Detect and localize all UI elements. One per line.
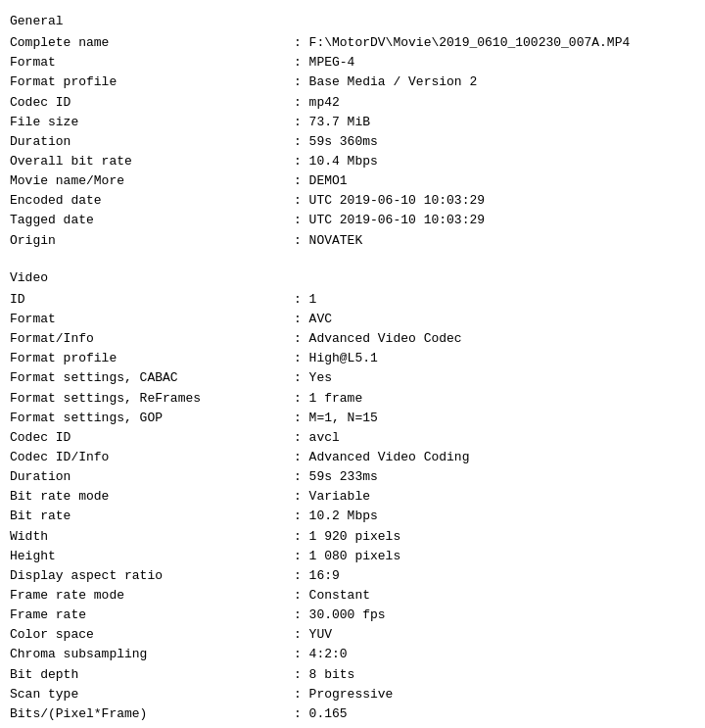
row-label: Width xyxy=(10,527,294,547)
table-row: Bits/(Pixel*Frame) : 0.165 xyxy=(10,704,695,724)
table-row: Duration : 59s 360ms xyxy=(10,132,695,152)
row-colon: : xyxy=(294,93,309,113)
row-value: UTC 2019-06-10 10:03:29 xyxy=(309,191,485,211)
row-value: 1 920 pixels xyxy=(309,527,401,547)
row-value: 10.4 Mbps xyxy=(309,152,378,171)
row-label: Format xyxy=(10,53,294,73)
row-label: Format profile xyxy=(10,349,294,368)
row-colon: : xyxy=(294,132,309,152)
table-row: Width : 1 920 pixels xyxy=(10,527,695,547)
row-colon: : xyxy=(294,645,309,664)
row-label: Bit rate xyxy=(10,507,294,526)
general-section: General Complete name : F:\MotorDV\Movie… xyxy=(10,12,695,251)
table-row: Complete name : F:\MotorDV\Movie\2019_06… xyxy=(10,33,695,53)
row-value: 30.000 fps xyxy=(309,606,386,625)
row-colon: : xyxy=(294,704,309,724)
row-label: Bit rate mode xyxy=(10,487,294,507)
row-value: 1 080 pixels xyxy=(309,547,401,566)
table-row: Encoded date : UTC 2019-06-10 10:03:29 xyxy=(10,191,695,211)
row-value: 1 xyxy=(309,290,317,310)
row-colon: : xyxy=(294,428,309,448)
row-colon: : xyxy=(294,329,309,349)
table-row: Movie name/More : DEMO1 xyxy=(10,171,695,191)
row-label: Tagged date xyxy=(10,211,294,230)
table-row: Format settings, ReFrames : 1 frame xyxy=(10,389,695,409)
row-label: Codec ID xyxy=(10,93,294,113)
row-label: Format settings, ReFrames xyxy=(10,389,294,409)
row-value: High@L5.1 xyxy=(309,349,378,368)
row-label: Frame rate xyxy=(10,606,294,625)
row-value: Variable xyxy=(309,487,370,507)
row-value: mp42 xyxy=(309,93,340,113)
row-label: Movie name/More xyxy=(10,171,294,191)
table-row: File size : 73.7 MiB xyxy=(10,113,695,132)
table-row: Bit rate : 10.2 Mbps xyxy=(10,507,695,526)
row-value: Advanced Video Coding xyxy=(309,448,470,467)
row-label: Scan type xyxy=(10,685,294,704)
row-colon: : xyxy=(294,586,309,606)
row-value: 59s 360ms xyxy=(309,132,378,152)
general-title: General xyxy=(10,12,695,31)
row-label: ID xyxy=(10,290,294,310)
table-row: Codec ID/Info : Advanced Video Coding xyxy=(10,448,695,467)
row-colon: : xyxy=(294,625,309,645)
row-label: Codec ID/Info xyxy=(10,448,294,467)
table-row: Duration : 59s 233ms xyxy=(10,467,695,487)
row-label: Format profile xyxy=(10,73,294,92)
row-label: Chroma subsampling xyxy=(10,645,294,664)
row-colon: : xyxy=(294,507,309,526)
row-value: AVC xyxy=(309,310,332,329)
table-row: Format/Info : Advanced Video Codec xyxy=(10,329,695,349)
table-row: Bit depth : 8 bits xyxy=(10,665,695,685)
row-label: Display aspect ratio xyxy=(10,566,294,586)
row-colon: : xyxy=(294,665,309,685)
row-value: 8 bits xyxy=(309,665,355,685)
row-label: Format settings, CABAC xyxy=(10,368,294,388)
row-value: 73.7 MiB xyxy=(309,113,370,132)
row-label: Format/Info xyxy=(10,329,294,349)
row-value: UTC 2019-06-10 10:03:29 xyxy=(309,211,485,230)
row-colon: : xyxy=(294,389,309,409)
row-value: Constant xyxy=(309,586,370,606)
row-colon: : xyxy=(294,33,309,53)
row-colon: : xyxy=(294,487,309,507)
row-colon: : xyxy=(294,290,309,310)
table-row: Height : 1 080 pixels xyxy=(10,547,695,566)
row-value: F:\MotorDV\Movie\2019_0610_100230_007A.M… xyxy=(309,33,631,53)
row-colon: : xyxy=(294,368,309,388)
row-colon: : xyxy=(294,191,309,211)
row-label: Color space xyxy=(10,625,294,645)
row-label: Duration xyxy=(10,467,294,487)
row-colon: : xyxy=(294,685,309,704)
table-row: Frame rate : 30.000 fps xyxy=(10,606,695,625)
row-label: Encoded date xyxy=(10,191,294,211)
row-value: 16:9 xyxy=(309,566,340,586)
table-row: Overall bit rate : 10.4 Mbps xyxy=(10,152,695,171)
row-label: Duration xyxy=(10,132,294,152)
row-label: Complete name xyxy=(10,33,294,53)
row-colon: : xyxy=(294,152,309,171)
row-colon: : xyxy=(294,606,309,625)
row-value: Progressive xyxy=(309,685,394,704)
row-label: Frame rate mode xyxy=(10,586,294,606)
table-row: ID : 1 xyxy=(10,290,695,310)
table-row: Scan type : Progressive xyxy=(10,685,695,704)
row-label: Codec ID xyxy=(10,428,294,448)
row-label: Stream size xyxy=(10,724,294,728)
row-value: MPEG-4 xyxy=(309,53,355,73)
row-label: File size xyxy=(10,113,294,132)
video-title: Video xyxy=(10,268,695,288)
row-colon: : xyxy=(294,231,309,251)
row-label: Height xyxy=(10,547,294,566)
row-colon: : xyxy=(294,171,309,191)
table-row: Origin : NOVATEK xyxy=(10,231,695,251)
row-value: NOVATEK xyxy=(309,231,363,251)
row-colon: : xyxy=(294,211,309,230)
row-value: Advanced Video Codec xyxy=(309,329,462,349)
row-colon: : xyxy=(294,448,309,467)
table-row: Display aspect ratio : 16:9 xyxy=(10,566,695,586)
table-row: Format : MPEG-4 xyxy=(10,53,695,73)
row-colon: : xyxy=(294,409,309,428)
row-value: 10.2 Mbps xyxy=(309,507,378,526)
row-colon: : xyxy=(294,310,309,329)
